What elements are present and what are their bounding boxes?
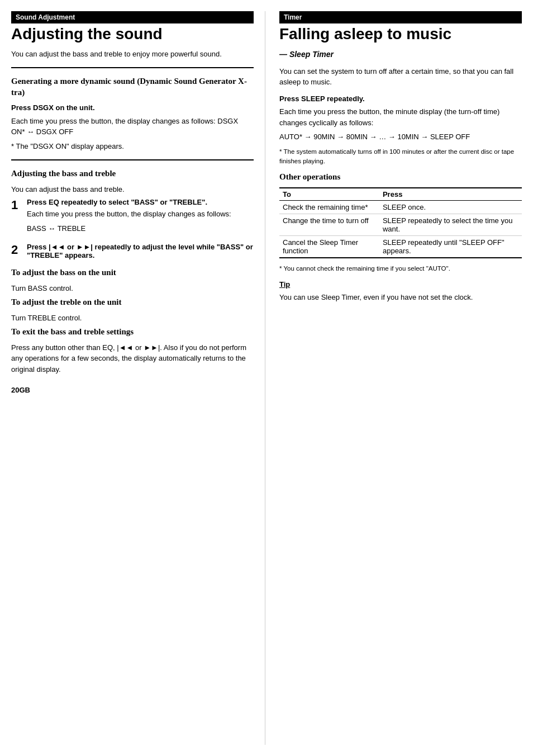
bass-treble-intro: You can adjust the bass and treble.	[11, 184, 254, 195]
step-1: 1 Press EQ repeatedly to select "BASS" o…	[11, 198, 254, 237]
to-bass-heading: To adjust the bass on the unit	[11, 267, 254, 278]
page-number: 20GB	[11, 386, 254, 394]
tip-text: You can use Sleep Timer, even if you hav…	[279, 292, 522, 303]
dynamic-section-heading: Generating a more dynamic sound (Dynamic…	[11, 76, 254, 98]
tip-label: Tip	[279, 279, 522, 290]
to-exit-text: Press any button other than EQ, |◄◄ or ►…	[11, 342, 254, 375]
divider-2	[11, 159, 254, 160]
step-2: 2 Press |◄◄ or ►►| repeatedly to adjust …	[11, 243, 254, 262]
step-1-number: 1	[11, 198, 21, 237]
other-ops-heading: Other operations	[279, 172, 522, 183]
dsgx-press-text: Each time you press the button, the disp…	[11, 116, 254, 138]
sleep-timer-italic: — Sleep Timer	[279, 49, 522, 60]
right-section-header: Timer	[279, 11, 522, 23]
left-section-header: Sound Adjustment	[11, 11, 254, 23]
step-1-bold: Press EQ repeatedly to select "BASS" or …	[27, 198, 254, 206]
step-2-bold: Press |◄◄ or ►►| repeatedly to adjust th…	[27, 243, 254, 259]
table-cell-press-0: SLEEP once.	[379, 200, 522, 214]
to-treble-text: Turn TREBLE control.	[11, 313, 254, 324]
left-column: Sound Adjustment Adjusting the sound You…	[11, 11, 265, 745]
dsgx-footnote: * The "DSGX ON" display appears.	[11, 141, 254, 152]
to-bass-text: Turn BASS control.	[11, 283, 254, 294]
step-2-number: 2	[11, 243, 21, 262]
divider-1	[11, 67, 254, 68]
step-1-content: Press EQ repeatedly to select "BASS" or …	[27, 198, 254, 237]
table-cell-to-1: Change the time to turn off	[279, 214, 379, 235]
step-1-text1: Each time you press the button, the disp…	[27, 209, 254, 220]
table-cell-press-2: SLEEP repeatedly until "SLEEP OFF" appea…	[379, 235, 522, 258]
bass-treble-heading: Adjusting the bass and treble	[11, 168, 254, 179]
table-col2-header: Press	[379, 188, 522, 201]
table-col1-header: To	[279, 188, 379, 201]
table-cell-to-2: Cancel the Sleep Timer function	[279, 235, 379, 258]
dsgx-press-label: Press DSGX on the unit.	[11, 102, 254, 114]
table-row: Check the remaining time*SLEEP once.	[279, 200, 522, 214]
sleep-sequence: AUTO* → 90MIN → 80MIN → … → 10MIN → SLEE…	[279, 131, 522, 143]
table-cell-press-1: SLEEP repeatedly to select the time you …	[379, 214, 522, 235]
other-ops-table: To Press Check the remaining time*SLEEP …	[279, 187, 522, 258]
table-cell-to-0: Check the remaining time*	[279, 200, 379, 214]
left-intro: You can adjust the bass and treble to en…	[11, 49, 254, 60]
sleep-footnote2: * You cannot check the remaining time if…	[279, 264, 522, 273]
right-intro: You can set the system to turn off after…	[279, 66, 522, 88]
table-row: Change the time to turn offSLEEP repeate…	[279, 214, 522, 235]
to-exit-heading: To exit the bass and treble settings	[11, 327, 254, 338]
table-row: Cancel the Sleep Timer functionSLEEP rep…	[279, 235, 522, 258]
sleep-press-text: Each time you press the button, the minu…	[279, 106, 522, 128]
to-treble-heading: To adjust the treble on the unit	[11, 297, 254, 308]
step-1-text2: BASS ↔ TREBLE	[27, 223, 254, 234]
right-main-title: Falling asleep to music	[279, 26, 522, 43]
left-main-title: Adjusting the sound	[11, 26, 254, 43]
step-2-content: Press |◄◄ or ►►| repeatedly to adjust th…	[27, 243, 254, 262]
sleep-press-label: Press SLEEP repeatedly.	[279, 93, 522, 105]
right-column: Timer Falling asleep to music — Sleep Ti…	[277, 11, 522, 745]
sleep-footnote1: * The system automatically turns off in …	[279, 147, 522, 167]
